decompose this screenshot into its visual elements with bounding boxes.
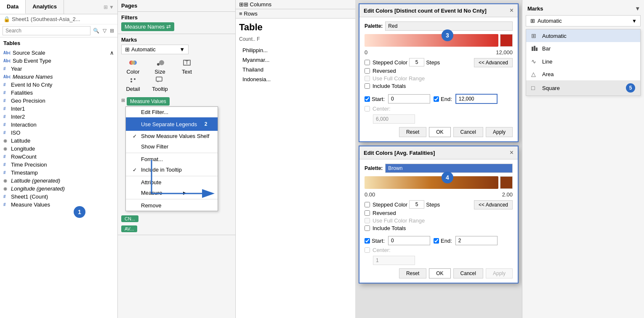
list-item[interactable]: # Event Id No Cnty xyxy=(2,81,116,89)
table-row: Thailand xyxy=(239,65,352,74)
list-item[interactable]: # Interaction xyxy=(2,121,116,129)
list-item[interactable]: Abc Source Scale ∧ xyxy=(2,49,116,57)
dialog2-cancel-button[interactable]: Cancel xyxy=(453,268,483,278)
dialog2-advanced-button[interactable]: << Advanced xyxy=(474,200,513,209)
dialog1-cancel-button[interactable]: Cancel xyxy=(453,127,483,137)
list-item[interactable]: Abc Sub Event Type xyxy=(2,57,116,65)
dialog2-apply-button[interactable]: Apply xyxy=(486,268,513,278)
reversed-row: Reversed xyxy=(365,68,440,74)
dialog1-close-button[interactable]: × xyxy=(510,7,514,14)
step-badge-5: 5 xyxy=(626,83,635,93)
context-menu-measure[interactable]: Measure ▶ xyxy=(126,188,218,198)
context-menu-show-filter[interactable]: Show Filter xyxy=(126,141,218,152)
list-item[interactable]: ◉ Longitude xyxy=(2,145,116,153)
list-item[interactable]: # Year xyxy=(2,65,116,73)
dialog2-ok-button[interactable]: OK xyxy=(429,268,450,278)
tooltip-button[interactable]: Tooltip xyxy=(148,75,172,92)
list-item[interactable]: Abc Measure Names xyxy=(2,73,116,81)
stepped-color-checkbox-2[interactable] xyxy=(365,202,370,207)
center-checkbox-2[interactable] xyxy=(365,247,370,253)
list-item[interactable]: # Fatalities xyxy=(2,89,116,97)
option-line[interactable]: ∿ Line xyxy=(526,55,640,68)
svg-point-2 xyxy=(131,61,135,65)
context-menu-remove[interactable]: Remove xyxy=(126,200,218,211)
include-totals-checkbox[interactable] xyxy=(365,83,370,89)
filter-pill[interactable]: Measure Names ⇄ xyxy=(121,22,174,31)
list-item[interactable]: # ISO xyxy=(2,129,116,137)
list-item[interactable]: # Measure Values xyxy=(2,201,116,209)
stepped-color-checkbox[interactable] xyxy=(365,60,370,65)
filter-icon[interactable]: ▽ xyxy=(102,27,107,34)
list-item[interactable]: ◉ Latitude xyxy=(2,137,116,145)
chevron-down-icon: ▼ xyxy=(179,46,185,53)
dialog1-ok-button[interactable]: OK xyxy=(429,127,450,137)
full-color-row-2: Use Full Color Range xyxy=(365,217,440,224)
dialog1-title: Edit Colors [Distinct count of Event Id … xyxy=(364,8,487,14)
context-menu: Edit Filter... Use Separate Legends 2 ✓ … xyxy=(125,106,218,211)
marks-expand-button[interactable]: ▾ xyxy=(636,5,639,12)
start-checkbox-2[interactable] xyxy=(365,238,370,244)
search-input[interactable] xyxy=(3,26,90,35)
list-item[interactable]: # Time Precision xyxy=(2,161,116,169)
dialog1-advanced-button[interactable]: << Advanced xyxy=(474,58,513,67)
step-count-input[interactable] xyxy=(409,58,424,66)
dialog1-start-input[interactable] xyxy=(388,94,430,103)
list-item[interactable]: # RowCount xyxy=(2,153,116,161)
tab-analytics[interactable]: Analytics xyxy=(26,0,64,14)
list-item[interactable]: # Timestamp xyxy=(2,169,116,177)
reversed-checkbox-2[interactable] xyxy=(365,210,370,216)
dialog2-title-bar: Edit Colors [Avg. Fatalities] × xyxy=(359,146,518,159)
option-automatic[interactable]: ⊞ Automatic xyxy=(526,29,640,42)
context-menu-use-separate-legends[interactable]: Use Separate Legends 2 xyxy=(126,117,218,131)
svg-point-7 xyxy=(130,78,132,80)
list-item[interactable]: # Sheet1 (Count) xyxy=(2,193,116,201)
num-icon: # xyxy=(3,66,9,71)
size-button[interactable]: Size xyxy=(148,58,172,75)
list-item[interactable]: # Geo Precision xyxy=(2,97,116,105)
list-item[interactable]: ◉ Latitude (generated) xyxy=(2,177,116,185)
dialog1-reset-button[interactable]: Reset xyxy=(399,127,426,137)
context-menu-show-measure-shelf[interactable]: ✓ Show Measure Values Shelf xyxy=(126,131,218,141)
text-button[interactable]: T Text xyxy=(175,58,199,75)
svg-rect-10 xyxy=(156,77,162,81)
grid-icon[interactable]: ⊞ xyxy=(109,27,115,34)
dialog1-apply-button[interactable]: Apply xyxy=(486,127,513,137)
collapse-btn[interactable]: ∧ xyxy=(110,50,114,56)
context-menu-format[interactable]: Format... xyxy=(126,154,218,164)
option-square[interactable]: □ Square 5 xyxy=(526,80,640,95)
dialog2-center-row: Center: xyxy=(365,247,513,253)
dialog1-end-input[interactable] xyxy=(455,94,498,104)
cn-pill[interactable]: CN... xyxy=(121,215,138,222)
end-checkbox[interactable] xyxy=(434,96,439,102)
dialog2-close-button[interactable]: × xyxy=(510,149,514,156)
av-pill[interactable]: AV... xyxy=(121,225,137,232)
context-menu-edit-filter[interactable]: Edit Filter... xyxy=(126,107,218,117)
dialog1-start-end-row: Start: End: xyxy=(365,94,513,104)
area-icon: △ xyxy=(531,71,539,77)
end-checkbox-2[interactable] xyxy=(434,238,439,244)
color-button[interactable]: Color xyxy=(121,58,145,75)
option-bar[interactable]: Bar xyxy=(526,42,640,55)
context-menu-attribute[interactable]: Attribute xyxy=(126,177,218,188)
dialog2-start-input[interactable] xyxy=(388,236,430,245)
dialog2-center-input xyxy=(373,256,415,265)
list-item[interactable]: ◉ Longitude (generated) xyxy=(2,185,116,193)
detail-button[interactable]: Detail xyxy=(121,75,145,92)
context-menu-include-tooltip[interactable]: ✓ Include in Tooltip xyxy=(126,164,218,175)
marks-type-dropdown[interactable]: ⊞ Automatic ▼ xyxy=(121,45,189,54)
list-item[interactable]: # Inter1 xyxy=(2,105,116,113)
center-checkbox[interactable] xyxy=(365,106,370,111)
option-area[interactable]: △ Area xyxy=(526,68,640,80)
separator-2 xyxy=(126,176,218,176)
marks-type-select[interactable]: ⊞ Automatic ▼ xyxy=(526,15,641,26)
dialog2-reset-button[interactable]: Reset xyxy=(399,268,426,278)
start-checkbox[interactable] xyxy=(365,96,370,102)
tab-data[interactable]: Data xyxy=(0,0,26,14)
list-item[interactable]: # Inter2 xyxy=(2,113,116,121)
reversed-checkbox[interactable] xyxy=(365,68,370,74)
measure-values-pill[interactable]: Measure Values xyxy=(127,97,170,106)
dialog2-end-input[interactable] xyxy=(455,236,498,245)
step-count-input-2[interactable] xyxy=(409,200,424,209)
search-icon[interactable]: 🔍 xyxy=(92,27,100,34)
include-totals-checkbox-2[interactable] xyxy=(365,225,370,231)
